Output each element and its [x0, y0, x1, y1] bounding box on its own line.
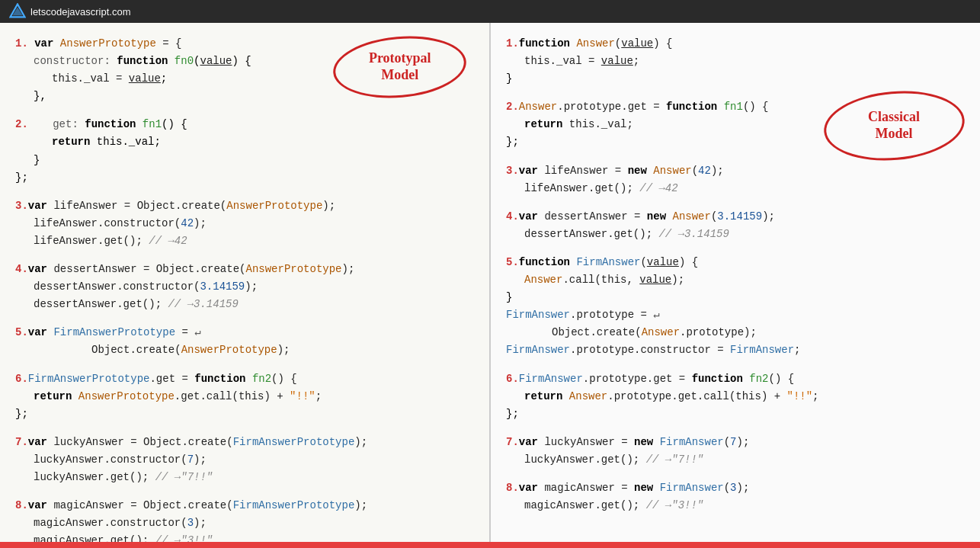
left-block-8: 8.var magicAnswer = Object.create(FirmAn… — [15, 497, 474, 542]
right-block-8: 8.var magicAnswer = new FirmAnswer(3); m… — [506, 479, 965, 514]
logo: letscodejavascript.com — [9, 3, 131, 20]
left-block-7: 7.var luckyAnswer = Object.create(FirmAn… — [15, 434, 474, 486]
right-block-6: 6.FirmAnswer.prototype.get = function fn… — [506, 370, 965, 423]
header-bar: letscodejavascript.com — [0, 0, 980, 23]
site-name: letscodejavascript.com — [30, 6, 131, 18]
main-content: Prototypal Model 1. var AnswerPrototype … — [0, 23, 980, 542]
left-block-6: 6.FirmAnswerPrototype.get = function fn2… — [15, 370, 474, 423]
logo-icon — [9, 3, 26, 20]
right-block-4: 4.var dessertAnswer = new Answer(3.14159… — [506, 208, 965, 243]
right-panel: Classical Model 1.function Answer(value)… — [491, 23, 980, 542]
left-block-2: 2. get: function fn1() { return this._va… — [15, 116, 474, 186]
right-block-3: 3.var lifeAnswer = new Answer(42); lifeA… — [506, 162, 965, 197]
right-block-7: 7.var luckyAnswer = new FirmAnswer(7); l… — [506, 434, 965, 469]
left-block-5: 5.var FirmAnswerPrototype = ↵ Object.cre… — [15, 324, 474, 359]
left-block-3: 3.var lifeAnswer = Object.create(AnswerP… — [15, 197, 474, 250]
left-panel: Prototypal Model 1. var AnswerPrototype … — [0, 23, 491, 542]
right-block-5: 5.function FirmAnswer(value) { Answer.ca… — [506, 254, 965, 360]
bottom-bar — [0, 542, 980, 548]
right-block-1: 1.function Answer(value) { this._val = v… — [506, 35, 965, 88]
left-block-4: 4.var dessertAnswer = Object.create(Answ… — [15, 261, 474, 313]
classical-annotation: Classical Model — [821, 85, 967, 166]
